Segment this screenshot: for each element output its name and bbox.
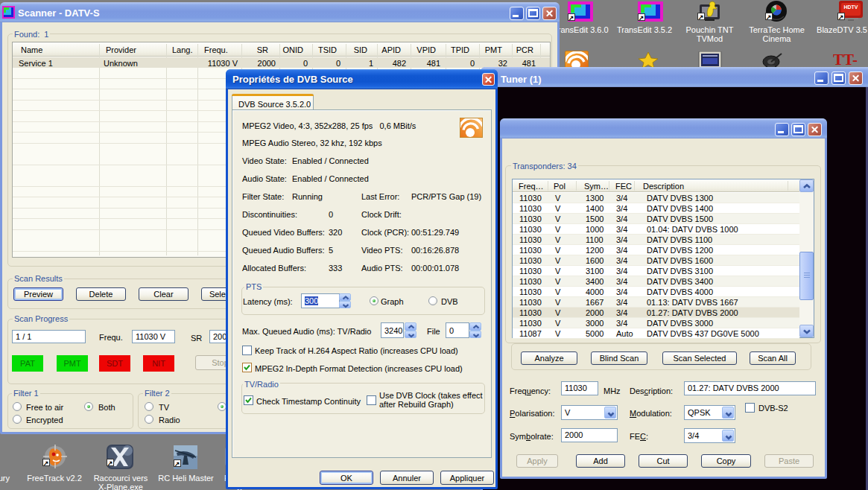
svg-text:TT-: TT-: [833, 51, 858, 69]
svg-text:HDTV: HDTV: [843, 4, 858, 10]
